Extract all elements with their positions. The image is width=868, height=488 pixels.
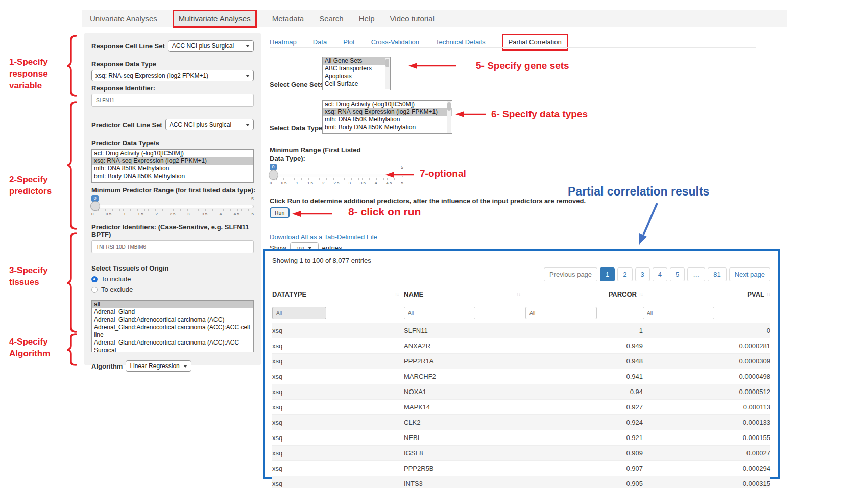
scrollbar[interactable] <box>447 101 451 133</box>
annotation-step5: 5- Specify gene sets <box>476 60 569 72</box>
tab[interactable]: Data <box>313 38 327 46</box>
listbox-option[interactable]: All Gene Sets <box>323 57 390 65</box>
response-identifier-input[interactable] <box>91 94 254 107</box>
listbox-option[interactable]: Adrenal_Gland:Adrenocortical carcinoma (… <box>92 339 253 352</box>
sort-icon[interactable]: ↑↓ <box>516 291 520 297</box>
nav-item[interactable]: Search <box>319 14 344 23</box>
listbox-option[interactable]: bmt: Body DNA 850K Methylation <box>92 173 253 180</box>
scrollbar-thumb[interactable] <box>447 102 451 111</box>
table-row[interactable]: xsq ANXA2R 0.949 0.0000281 <box>272 338 770 354</box>
tissue-include-radio[interactable]: To include <box>91 275 254 283</box>
predictor-data-types-listbox[interactable]: act: Drug Activity (-log10[IC50M])xsq: R… <box>91 149 254 183</box>
filter-pval-input[interactable] <box>643 307 714 319</box>
table-row[interactable]: xsq PPP2R5B 0.907 0.000294 <box>272 461 770 476</box>
tab[interactable]: Plot <box>343 38 354 46</box>
gene-sets-listbox[interactable]: All Gene SetsABC transportersApoptosisCe… <box>322 57 391 90</box>
table-row[interactable]: xsq MARCHF2 0.941 0.0000498 <box>272 369 770 384</box>
sort-icon[interactable]: ↑↓ <box>395 291 399 297</box>
tissue-exclude-radio[interactable]: To exclude <box>91 286 254 294</box>
page-number-button[interactable]: 5 <box>670 267 685 281</box>
listbox-option[interactable]: Adrenal_Gland:Adrenocortical carcinoma (… <box>92 316 253 324</box>
nav-item[interactable]: Video tutorial <box>390 14 435 23</box>
listbox-option[interactable]: act: Drug Activity (-log10[IC50M]) <box>323 101 452 108</box>
listbox-option[interactable]: mth: DNA 850K Methylation <box>323 116 452 124</box>
chevron-down-icon <box>246 124 250 126</box>
listbox-option[interactable]: bmt: Body DNA 850K Methylation <box>323 124 452 131</box>
tick-label: 2 <box>322 181 324 185</box>
listbox-option[interactable]: Adrenal_Gland <box>92 308 253 316</box>
listbox-option[interactable]: xsq: RNA-seq Expression (log2 FPKM+1) <box>323 108 452 116</box>
minimum-range-slider[interactable]: 0 5 00.511.522.533.544.55 <box>270 164 403 187</box>
table-row[interactable]: xsq INTS3 0.905 0.000315 <box>272 476 770 488</box>
table-row[interactable]: xsq NOXA1 0.94 0.0000512 <box>272 384 770 400</box>
tick-label: 1 <box>296 181 298 185</box>
page-number-button[interactable]: 81 <box>708 267 726 281</box>
filter-datatype-input[interactable] <box>272 307 326 319</box>
radio-selected-icon[interactable] <box>91 276 98 282</box>
column-header-pval[interactable]: PVAL <box>747 290 764 298</box>
listbox-option[interactable]: all <box>92 301 253 308</box>
table-row[interactable]: xsq PPP2R1A 0.948 0.0000309 <box>272 354 770 369</box>
tissues-listbox[interactable]: allAdrenal_GlandAdrenal_Gland:Adrenocort… <box>91 300 254 352</box>
tick-label: 1 <box>124 212 126 216</box>
listbox-option[interactable]: ABC transporters <box>323 65 390 72</box>
page-number-button[interactable]: 2 <box>617 267 632 281</box>
results-arrow-icon <box>635 201 661 247</box>
listbox-option[interactable]: Adrenal_Gland:Adrenocortical carcinoma (… <box>92 324 253 339</box>
listbox-option[interactable]: act: Drug Activity (-log10[IC50M]) <box>92 150 253 157</box>
slider-track[interactable] <box>91 205 254 208</box>
table-row[interactable]: xsq MAPK14 0.927 0.000113 <box>272 400 770 415</box>
response-data-type-label: Response Data Type <box>91 60 254 68</box>
predictor-identifiers-label: Predictor Identifiers: (Case-Sensitive, … <box>91 223 254 238</box>
tab[interactable]: Heatmap <box>270 38 297 46</box>
table-row[interactable]: xsq NEBL 0.921 0.000155 <box>272 430 770 446</box>
previous-page-button[interactable]: Previous page <box>544 267 597 281</box>
slider-track[interactable] <box>270 174 403 177</box>
nav-item[interactable]: Metadata <box>272 14 304 23</box>
table-row[interactable]: xsq CLK2 0.924 0.000133 <box>272 415 770 430</box>
column-header-name[interactable]: NAME <box>404 290 423 298</box>
nav-item[interactable]: Help <box>359 14 375 23</box>
tab[interactable]: Cross-Validation <box>371 38 419 46</box>
data-types-listbox[interactable]: act: Drug Activity (-log10[IC50M])xsq: R… <box>322 100 452 134</box>
listbox-option[interactable]: xsq: RNA-seq Expression (log2 FPKM+1) <box>92 157 253 165</box>
predictor-cell-line-set-select[interactable]: ACC NCI plus Surgical <box>165 119 254 130</box>
slider-handle[interactable] <box>90 201 100 211</box>
column-header-datatype[interactable]: DATATYPE <box>272 290 306 298</box>
step4-bracket <box>64 333 79 366</box>
page-number-button[interactable]: 1 <box>600 267 615 281</box>
radio-unselected-icon[interactable] <box>91 287 98 293</box>
scrollbar-thumb[interactable] <box>385 59 389 67</box>
tab[interactable]: Partial Correlation <box>502 34 568 51</box>
filter-name-input[interactable] <box>404 307 475 319</box>
page-number-button[interactable]: 4 <box>653 267 667 281</box>
tick-label: 5 <box>401 181 403 185</box>
nav-item[interactable]: Multivariate Analyses <box>173 10 257 28</box>
listbox-option[interactable]: Cell Surface <box>323 80 390 88</box>
algorithm-select[interactable]: Linear Regression <box>126 360 191 372</box>
response-data-type-select[interactable]: xsq: RNA-seq Expression (log2 FPKM+1) <box>91 70 254 81</box>
response-cell-line-set-select[interactable]: ACC NCI plus Surgical <box>168 40 254 52</box>
next-page-button[interactable]: Next page <box>729 267 770 281</box>
page-number-button[interactable]: … <box>687 267 705 281</box>
table-row[interactable]: xsq SLFN11 1 0 <box>272 323 770 338</box>
slider-handle[interactable] <box>269 170 278 180</box>
tick-label: 0 <box>270 181 272 185</box>
tab[interactable]: Technical Details <box>436 38 486 46</box>
min-predictor-range-slider[interactable]: 0 5 00.511.522.533.544.55 <box>91 195 254 218</box>
top-nav: Univariate AnalysesMultivariate Analyses… <box>82 10 787 27</box>
nav-item[interactable]: Univariate Analyses <box>90 14 157 23</box>
filter-parcor-input[interactable] <box>525 307 597 319</box>
column-header-parcor[interactable]: PARCOR <box>609 290 637 298</box>
tick-label: 4 <box>375 181 377 185</box>
page-number-button[interactable]: 3 <box>635 267 650 281</box>
download-all-link[interactable]: Download All as a Tab-Delimited File <box>270 233 377 241</box>
table-row[interactable]: xsq IGSF8 0.909 0.00027 <box>272 446 770 461</box>
listbox-option[interactable]: mth: DNA 850K Methylation <box>92 165 253 173</box>
run-button[interactable]: Run <box>270 207 290 218</box>
sort-icon[interactable]: ↑↓ <box>639 291 643 297</box>
predictor-identifiers-input[interactable] <box>91 240 254 253</box>
sort-icon[interactable]: ↑↓ <box>766 291 770 297</box>
listbox-option[interactable]: Apoptosis <box>323 72 390 80</box>
scrollbar[interactable] <box>385 58 390 89</box>
